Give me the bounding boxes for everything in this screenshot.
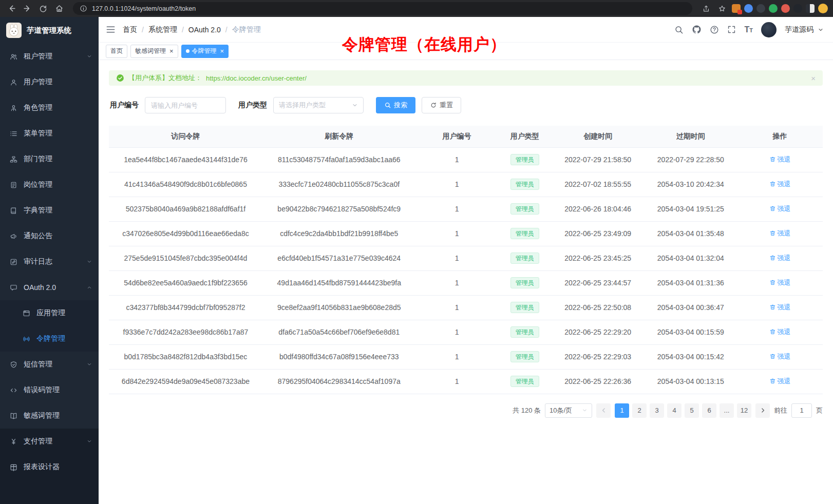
sidebar-item-audit-log[interactable]: 审计日志: [0, 249, 99, 275]
page-button[interactable]: 3: [650, 403, 664, 418]
app-logo[interactable]: 芋道管理系统: [0, 17, 99, 44]
extension-icon[interactable]: [769, 4, 778, 13]
page-button[interactable]: 12: [737, 403, 751, 418]
share-icon[interactable]: [700, 3, 712, 15]
user-id-cell: 1: [416, 344, 498, 369]
page-tab[interactable]: 首页: [106, 45, 127, 58]
sidebar-item-role[interactable]: 角色管理: [0, 95, 99, 121]
force-logout-button[interactable]: 强退: [769, 303, 791, 312]
sidebar-item-report[interactable]: 报表设计器: [0, 454, 99, 480]
font-size-icon[interactable]: TT: [744, 25, 753, 34]
page-button[interactable]: 4: [667, 403, 681, 418]
alert-close-icon[interactable]: ×: [811, 74, 816, 83]
refresh-token-cell: 8796295f04064c2983414cc54af1097a: [262, 369, 416, 394]
sidebar-item-dict[interactable]: 字典管理: [0, 198, 99, 223]
reset-button[interactable]: 重置: [422, 97, 461, 113]
search-icon[interactable]: [674, 25, 684, 34]
force-logout-button[interactable]: 强退: [769, 377, 791, 386]
user-menu-caret-icon[interactable]: [818, 27, 824, 33]
tab-bar: 首页敏感词管理×令牌管理×: [99, 43, 833, 60]
goto-label: 前往: [774, 406, 787, 415]
create-time-cell: 2022-06-25 22:29:03: [552, 344, 645, 369]
home-icon[interactable]: [53, 3, 65, 15]
page-button[interactable]: 5: [685, 403, 699, 418]
expire-time-cell: 2054-03-04 19:51:25: [644, 197, 737, 221]
page-button[interactable]: 2: [632, 403, 647, 418]
force-logout-button[interactable]: 强退: [769, 229, 791, 238]
force-logout-button[interactable]: 强退: [769, 327, 791, 337]
sidebar-collapse-icon[interactable]: [106, 25, 116, 34]
sidebar-item-dept[interactable]: 部门管理: [0, 146, 99, 172]
create-time-cell: 2022-07-29 21:58:50: [552, 147, 645, 172]
tab-close-icon[interactable]: ×: [169, 48, 174, 54]
access-token-cell: 275e5de9151045fe87cbdc395e004f4d: [109, 246, 262, 270]
extension-icon[interactable]: [744, 4, 753, 13]
breadcrumb-item[interactable]: OAuth 2.0: [188, 26, 221, 34]
extension-icon[interactable]: [756, 4, 765, 13]
sidebar-item-oauth2-token[interactable]: 令牌管理: [0, 326, 99, 352]
page-tab[interactable]: 敏感词管理×: [130, 45, 178, 58]
sidebar-item-label: 字典管理: [24, 206, 52, 215]
force-logout-button[interactable]: 强退: [769, 180, 791, 189]
extension-icon[interactable]: [806, 4, 815, 13]
force-logout-button[interactable]: 强退: [769, 254, 791, 263]
username[interactable]: 芋道源码: [785, 25, 813, 34]
breadcrumb-item[interactable]: 系统管理: [148, 25, 177, 34]
sidebar-item-menu[interactable]: 菜单管理: [0, 121, 99, 146]
help-icon[interactable]: [710, 25, 719, 34]
expire-time-cell: 2054-03-04 00:15:42: [644, 344, 737, 369]
tab-close-icon[interactable]: ×: [220, 48, 224, 54]
more-pages-button[interactable]: ...: [720, 403, 734, 418]
user-type-cell: 管理员: [498, 270, 552, 295]
expire-time-cell: 2054-03-04 01:31:36: [644, 270, 737, 295]
expire-time-cell: 2054-03-04 00:15:59: [644, 320, 737, 344]
search-button[interactable]: 搜索: [376, 97, 415, 113]
sidebar-item-label: 短信管理: [24, 360, 52, 369]
table-row: 275e5de9151045fe87cbdc395e004f4de6cfd40e…: [109, 246, 823, 270]
action-cell: 强退: [737, 246, 823, 270]
bookmark-star-icon[interactable]: [716, 3, 728, 15]
sidebar-item-user[interactable]: 用户管理: [0, 69, 99, 95]
user-avatar[interactable]: [761, 22, 777, 37]
table-row: 502375b8040a469a9b82188afdf6af1fbe90422b…: [109, 197, 823, 221]
sidebar-item-tenant[interactable]: 租户管理: [0, 44, 99, 69]
doc-link[interactable]: https://doc.iocoder.cn/user-center/: [206, 74, 307, 82]
sidebar-item-sensitive-word[interactable]: 敏感词管理: [0, 403, 99, 429]
sidebar-item-notice[interactable]: 通知公告: [0, 223, 99, 249]
main-panel: 首页/系统管理/OAuth 2.0/令牌管理 TT 芋道源码 首页敏感词管理×令…: [99, 17, 833, 504]
extension-icon[interactable]: [793, 4, 802, 13]
back-icon[interactable]: [5, 3, 17, 15]
sidebar-item-sms[interactable]: 短信管理: [0, 352, 99, 377]
sidebar-item-label: 通知公告: [24, 231, 52, 241]
force-logout-button[interactable]: 强退: [769, 155, 791, 164]
breadcrumb-item[interactable]: 首页: [123, 25, 137, 34]
sidebar-item-oauth2[interactable]: OAuth 2.0: [0, 275, 99, 300]
extension-icon[interactable]: [781, 4, 790, 13]
page-unit: 页: [816, 406, 823, 415]
github-icon[interactable]: [692, 25, 702, 34]
page-button[interactable]: 6: [702, 403, 716, 418]
force-logout-button[interactable]: 强退: [769, 278, 791, 287]
sidebar-item-pay[interactable]: 支付管理: [0, 429, 99, 454]
sidebar-item-post[interactable]: 岗位管理: [0, 172, 99, 198]
page-button[interactable]: 1: [615, 403, 629, 418]
force-logout-button[interactable]: 强退: [769, 204, 791, 214]
sidebar-item-errcode[interactable]: 错误码管理: [0, 377, 99, 403]
forward-icon[interactable]: [21, 3, 33, 15]
url-bar[interactable]: 127.0.0.1:1024/system/oauth2/token: [73, 2, 692, 15]
browser-profile-avatar[interactable]: [818, 4, 828, 13]
site-info-icon[interactable]: [79, 5, 87, 13]
page-tab[interactable]: 令牌管理×: [181, 45, 229, 58]
page-size-select[interactable]: 10条/页: [545, 403, 592, 418]
force-logout-button[interactable]: 强退: [769, 352, 791, 361]
prev-page-button[interactable]: [596, 403, 611, 418]
reload-icon[interactable]: [37, 3, 49, 15]
sidebar-item-oauth2-app[interactable]: 应用管理: [0, 300, 99, 326]
extension-icon[interactable]: [732, 4, 741, 13]
user-id-input[interactable]: [145, 97, 226, 113]
next-page-button[interactable]: [755, 403, 770, 418]
fullscreen-icon[interactable]: [727, 25, 736, 34]
user-type-select[interactable]: 请选择用户类型: [273, 97, 364, 113]
goto-page-input[interactable]: [791, 403, 812, 418]
sidebar-item-label: 岗位管理: [24, 180, 52, 189]
